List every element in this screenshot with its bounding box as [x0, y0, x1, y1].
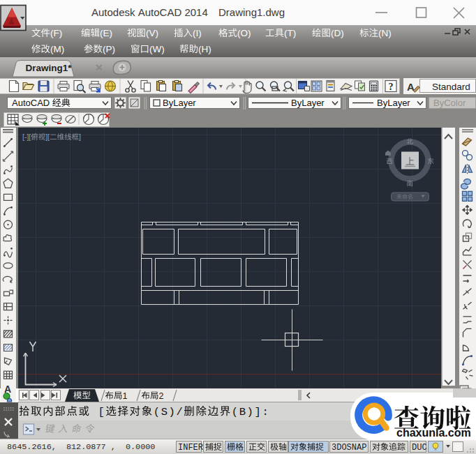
svg-text:(H): (H) — [198, 44, 211, 54]
svg-text:Autodesk AutoCAD 2014: Autodesk AutoCAD 2014 — [91, 6, 208, 18]
svg-text:]: ] — [79, 133, 81, 141]
svg-text:(M): (M) — [50, 44, 64, 54]
svg-text:[-][: [-][ — [22, 133, 31, 141]
svg-text:INFER: INFER — [178, 443, 203, 453]
svg-text:Standard: Standard — [432, 82, 470, 92]
svg-text:[: [ — [91, 406, 106, 418]
svg-text:ByLayer: ByLayer — [291, 98, 325, 108]
svg-text:(I): (I) — [193, 28, 202, 38]
svg-text:3DOSNAP: 3DOSNAP — [332, 443, 366, 453]
svg-text:(S)/: (S)/ — [154, 406, 184, 418]
svg-text:ByColor: ByColor — [433, 98, 466, 108]
svg-text:chaxunla.com: chaxunla.com — [396, 427, 471, 439]
svg-text:(V): (V) — [146, 28, 158, 38]
svg-text:AutoCAD: AutoCAD — [12, 98, 52, 108]
svg-text:1: 1 — [123, 391, 128, 401]
svg-text:(D): (D) — [331, 28, 344, 38]
svg-text:ByLayer: ByLayer — [377, 98, 410, 108]
svg-text:2: 2 — [159, 391, 164, 401]
svg-text:][: ][ — [45, 133, 50, 141]
svg-text:Drawing1*: Drawing1* — [26, 63, 73, 73]
svg-text:(F): (F) — [50, 28, 62, 38]
svg-text:(O): (O) — [237, 28, 251, 38]
svg-text:8645.2616, 812.0877 , 0.0000: 8645.2616, 812.0877 , 0.0000 — [7, 442, 155, 452]
svg-text:(E): (E) — [100, 28, 112, 38]
svg-text:(B)]:: (B)]: — [232, 406, 270, 418]
svg-text:(P): (P) — [103, 44, 115, 54]
svg-text:Drawing1.dwg: Drawing1.dwg — [218, 6, 285, 18]
svg-text:?: ? — [389, 82, 394, 92]
svg-text:(W): (W) — [149, 44, 165, 54]
svg-text:DUC: DUC — [412, 443, 427, 453]
svg-text:(N): (N) — [378, 28, 392, 38]
svg-text:(T): (T) — [284, 28, 296, 38]
svg-text:ByLayer: ByLayer — [163, 98, 196, 108]
